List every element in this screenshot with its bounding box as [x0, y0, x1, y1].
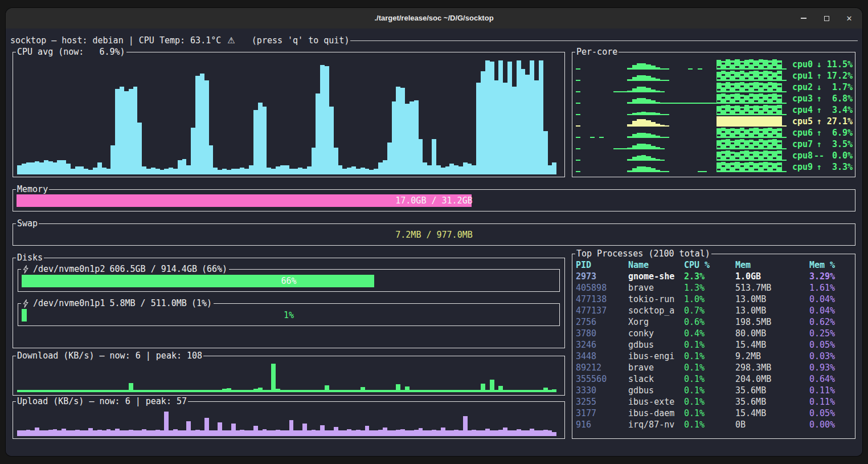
memory-panel-title: Memory — [16, 184, 49, 195]
bar — [632, 65, 637, 70]
bar — [129, 430, 133, 435]
cpu-core-name: cpu9 — [792, 161, 813, 173]
process-row[interactable]: 89212brave0.1%298.3MB0.93% — [576, 362, 853, 373]
process-pid: 3330 — [576, 385, 628, 396]
terminal-content: socktop — host: debian | CPU Temp: 63.1°… — [6, 29, 862, 456]
cpu-core-label: cpu3↑6.8% — [787, 93, 853, 104]
bar — [576, 171, 580, 172]
process-pname: ibus-daem — [628, 408, 684, 419]
process-row[interactable]: 2756Xorg0.6%198.5MB0.62% — [576, 316, 853, 328]
bar — [543, 388, 548, 391]
bar — [26, 430, 31, 435]
bar — [66, 430, 71, 435]
process-pname: ibus-engi — [628, 351, 684, 362]
bar — [716, 94, 721, 104]
process-row[interactable]: 477137socktop_a0.7%13.0MB0.04% — [576, 305, 853, 316]
bar — [244, 169, 249, 174]
bar — [320, 390, 325, 391]
window-title: ./target/release/soc ~/D/G/socktop — [6, 8, 862, 29]
bar — [749, 71, 754, 81]
bar — [342, 169, 347, 174]
disk-usage: 606.5GB / 914.4GB — [109, 263, 197, 275]
bar — [735, 83, 739, 92]
process-pmempct: 0.25% — [809, 328, 853, 339]
bar — [763, 105, 768, 115]
bar — [258, 430, 263, 435]
disk-device: /dev/nvme0n1p1 — [33, 298, 105, 309]
process-row[interactable]: 916irq/87-nv0.1%0B0.00% — [576, 419, 853, 430]
process-row[interactable]: 3448ibus-engi0.1%9.2MB0.03% — [576, 351, 853, 362]
bar — [191, 390, 195, 391]
bar — [191, 430, 195, 435]
process-row[interactable]: 3246gdbus0.1%15.4MB0.05% — [576, 339, 853, 351]
close-button[interactable]: ✕ — [845, 14, 853, 22]
bar — [463, 162, 468, 174]
process-row[interactable]: 477138tokio-run1.0%13.0MB0.04% — [576, 294, 853, 305]
process-row[interactable]: 3177ibus-daem0.1%15.4MB0.05% — [576, 408, 853, 419]
bar — [449, 430, 454, 435]
bar — [289, 420, 294, 435]
bar — [173, 390, 178, 391]
col-pid: PID — [576, 259, 628, 271]
bar — [276, 389, 280, 391]
bar — [316, 430, 320, 435]
process-pcpu: 0.1% — [684, 385, 735, 396]
minimize-button[interactable] — [800, 14, 808, 22]
per-core-row: cpu0↓11.5% — [576, 59, 853, 70]
disk-pct: (66%) — [202, 263, 227, 275]
cpu-core-label: cpu6↑6.9% — [787, 127, 853, 139]
bar — [613, 91, 618, 92]
bar — [711, 103, 716, 104]
bar — [772, 93, 777, 104]
process-pmempct: 1.61% — [809, 282, 853, 294]
bar — [539, 390, 543, 391]
bar — [329, 390, 334, 391]
bar — [387, 390, 392, 391]
bar — [576, 80, 580, 81]
bar — [44, 390, 48, 391]
bar — [320, 425, 325, 435]
bar — [543, 430, 548, 435]
bar — [576, 137, 580, 138]
bar — [107, 429, 111, 435]
bar — [641, 87, 646, 92]
per-core-row: cpu6↑6.9% — [576, 127, 853, 139]
bar — [405, 104, 410, 174]
cpu-sparkline — [576, 162, 787, 172]
bar — [80, 166, 84, 174]
bar — [721, 83, 726, 92]
cpu-sparkline — [576, 139, 787, 149]
process-row[interactable]: 3255ibus-exte0.1%35.6MB0.11% — [576, 396, 853, 408]
bar — [768, 128, 772, 138]
bar — [627, 170, 632, 172]
bar — [253, 389, 258, 391]
bar — [186, 421, 191, 435]
bar — [44, 430, 48, 435]
bar — [263, 390, 267, 391]
bar — [427, 430, 432, 435]
disk-box-nvme0n1p1: /dev/nvme0n1p1 5.8MB / 511.0MB (1%) 1%1% — [18, 303, 560, 326]
bar — [646, 76, 650, 81]
bar — [410, 101, 414, 174]
bar — [627, 159, 632, 161]
cpu-core-percent: 11.5% — [825, 59, 853, 70]
flash-icon — [23, 299, 28, 308]
bar — [498, 386, 503, 391]
window-titlebar[interactable]: ./target/release/soc ~/D/G/socktop ✕ — [6, 8, 862, 29]
cpu-core-label: cpu9↑3.3% — [787, 161, 853, 173]
bar — [768, 105, 772, 115]
bar — [744, 60, 749, 70]
maximize-button[interactable] — [822, 14, 830, 22]
cpu-core-label: cpu8--0.0% — [787, 150, 853, 161]
process-row[interactable]: 355560slack0.1%204.0MB0.64% — [576, 373, 853, 385]
process-row[interactable]: 405898brave1.3%513.7MB1.61% — [576, 282, 853, 294]
bar — [476, 390, 481, 391]
process-row[interactable]: 3780conky0.4%80.0MB0.25% — [576, 328, 853, 339]
bar — [754, 116, 758, 127]
process-row[interactable]: 3330gdbus0.1%35.6MB0.11% — [576, 385, 853, 396]
process-row[interactable]: 2973gnome-she2.3%1.0GB3.29% — [576, 271, 853, 282]
process-pname: gdbus — [628, 385, 684, 396]
disks-panel-title: Disks — [16, 252, 44, 263]
bar — [325, 385, 329, 391]
bar — [88, 390, 93, 391]
